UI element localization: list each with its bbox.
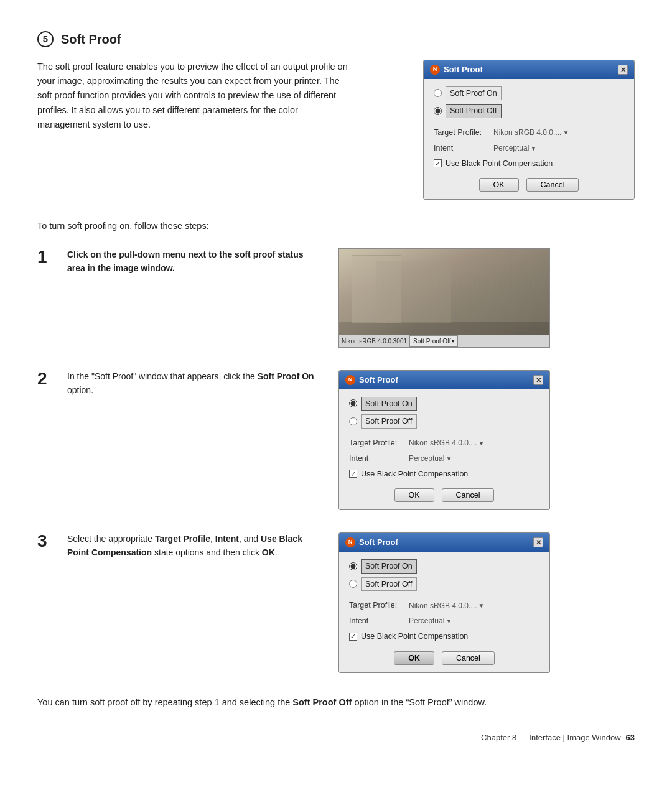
dialog-btn-row-1: OK Cancel xyxy=(434,175,624,193)
dialog-close-btn-1[interactable]: ✕ xyxy=(618,65,628,75)
ok-button-2[interactable]: OK xyxy=(394,488,434,502)
dialog-btn-row-3: OK Cancel xyxy=(349,649,539,666)
dialog-titlebar-2: N Soft Proof ✕ xyxy=(339,371,549,389)
target-profile-value-box-1: Nikon sRGB 4.0.0.... ▼ xyxy=(493,127,569,138)
target-profile-value-2: Nikon sRGB 4.0.0.... xyxy=(409,437,477,448)
radio-on-input-2[interactable] xyxy=(349,399,357,407)
intent-dropdown-arrow-3[interactable]: ▼ xyxy=(446,616,452,626)
dialog-app-icon-3: N xyxy=(345,537,355,547)
checkbox-input-3[interactable]: ✓ xyxy=(349,633,357,641)
step-1-left: 1 Click on the pull-down menu next to th… xyxy=(37,248,324,277)
cancel-button-2[interactable]: Cancel xyxy=(442,488,495,502)
radio-off-label-3: Soft Proof Off xyxy=(361,577,417,592)
dialog-title-text-2: Soft Proof xyxy=(359,374,398,386)
dialog-body-3: Soft Proof On Soft Proof Off Target Prof… xyxy=(339,552,549,672)
target-profile-value-1: Nikon sRGB 4.0.0.... xyxy=(493,127,561,138)
radio-row-off-1: Soft Proof Off xyxy=(434,104,624,118)
bottom-note-part2: option in the “Soft Proof” window. xyxy=(352,697,487,707)
intent-dropdown-arrow-2[interactable]: ▼ xyxy=(446,454,452,463)
dialog-app-icon-2: N xyxy=(345,375,355,385)
dialog-title-left-1: N Soft Proof xyxy=(430,63,483,76)
step-3-number: 3 xyxy=(37,532,57,550)
step-3-block: 3 Select the appropriate Target Profile,… xyxy=(37,532,635,672)
checkbox-row-2: ✓ Use Black Point Compensation xyxy=(349,468,539,480)
intent-value-1: Perceptual xyxy=(493,142,529,154)
step-3-left: 3 Select the appropriate Target Profile,… xyxy=(37,532,324,562)
checkbox-label-3: Use Black Point Compensation xyxy=(361,631,468,643)
radio-off-label-2: Soft Proof Off xyxy=(361,414,417,429)
dialog-titlebar-3: N Soft Proof ✕ xyxy=(339,533,549,552)
target-dropdown-arrow-2[interactable]: ▼ xyxy=(478,439,484,448)
cancel-button-3[interactable]: Cancel xyxy=(442,651,495,665)
radio-row-off-3: Soft Proof Off xyxy=(349,577,539,592)
intent-label-3: Intent xyxy=(349,615,404,627)
step-2-number: 2 xyxy=(37,370,57,388)
target-dropdown-arrow-3[interactable]: ▼ xyxy=(478,601,484,610)
dialog-title-left-3: N Soft Proof xyxy=(345,536,398,549)
checkbox-input-1[interactable]: ✓ xyxy=(434,159,442,167)
field-row-target-2: Target Profile: Nikon sRGB 4.0.0.... ▼ xyxy=(349,437,539,449)
checkbox-label-1: Use Black Point Compensation xyxy=(446,158,553,170)
image-statusbar: Nikon sRGB 4.0.0.3001 Soft Proof Off ▾ xyxy=(339,335,549,347)
status-proof-btn-text: Soft Proof Off xyxy=(413,337,450,346)
dialog-close-btn-2[interactable]: ✕ xyxy=(533,375,543,385)
target-dropdown-arrow-1[interactable]: ▼ xyxy=(562,128,569,137)
bottom-note: You can turn soft proof off by repeating… xyxy=(37,695,635,710)
step-1-image: Nikon sRGB 4.0.0.3001 Soft Proof Off ▾ xyxy=(338,248,550,348)
intent-label-2: Intent xyxy=(349,453,404,465)
step-3-header: 3 Select the appropriate Target Profile,… xyxy=(37,532,324,559)
building-image xyxy=(339,249,549,347)
field-row-target-3: Target Profile: Nikon sRGB 4.0.0.... ▼ xyxy=(349,600,539,611)
field-row-intent-2: Intent Perceptual ▼ xyxy=(349,453,539,465)
step-2-header: 2 In the "Soft Proof" window that appear… xyxy=(37,370,324,397)
radio-on-label-3: Soft Proof On xyxy=(361,559,417,574)
radio-off-input-3[interactable] xyxy=(349,580,357,588)
intent-value-3: Perceptual xyxy=(409,615,444,626)
step-2-left: 2 In the "Soft Proof" window that appear… xyxy=(37,370,324,399)
radio-on-input-3[interactable] xyxy=(349,562,357,570)
intro-area: The soft proof feature enables you to pr… xyxy=(37,60,404,200)
top-section: The soft proof feature enables you to pr… xyxy=(37,60,635,200)
target-profile-value-box-3: Nikon sRGB 4.0.0.... ▼ xyxy=(409,600,484,611)
intent-value-box-3: Perceptual ▼ xyxy=(409,615,452,626)
section-number: 5 xyxy=(37,31,54,47)
radio-off-label-1: Soft Proof Off xyxy=(446,104,502,118)
target-profile-value-3: Nikon sRGB 4.0.0.... xyxy=(409,600,477,611)
radio-on-label-2: Soft Proof On xyxy=(361,397,417,411)
intent-dropdown-arrow-1[interactable]: ▼ xyxy=(530,144,536,153)
radio-on-label-1: Soft Proof On xyxy=(446,86,502,101)
step-1-number: 1 xyxy=(37,248,57,266)
dialog-app-icon-1: N xyxy=(430,65,440,75)
radio-on-input-1[interactable] xyxy=(434,89,442,97)
radio-off-input-1[interactable] xyxy=(434,107,442,115)
step-3-text: Select the appropriate Target Profile, I… xyxy=(67,532,324,559)
dialog-close-btn-3[interactable]: ✕ xyxy=(533,537,543,547)
radio-row-off-2: Soft Proof Off xyxy=(349,414,539,429)
footer-chapter-text: Chapter 8 — Interface | Image Window xyxy=(481,732,620,744)
section-title: 5 Soft Proof xyxy=(37,30,635,49)
radio-row-on-3: Soft Proof On xyxy=(349,559,539,574)
ok-button-3[interactable]: OK xyxy=(394,651,434,665)
status-proof-arrow: ▾ xyxy=(452,338,454,345)
section-title-text: Soft Proof xyxy=(61,30,121,49)
cancel-button-1[interactable]: Cancel xyxy=(526,178,579,192)
ok-button-1[interactable]: OK xyxy=(479,178,519,192)
dialog-btn-row-2: OK Cancel xyxy=(349,486,539,503)
dialog-body-2: Soft Proof On Soft Proof Off Target Prof… xyxy=(339,389,549,510)
dialog-titlebar-1: N Soft Proof ✕ xyxy=(424,60,634,79)
bottom-note-bold: Soft Proof Off xyxy=(292,697,352,707)
intent-value-box-2: Perceptual ▼ xyxy=(409,453,452,464)
radio-off-input-2[interactable] xyxy=(349,417,357,425)
dialog-soft-proof-2: N Soft Proof ✕ Soft Proof On Soft Proof … xyxy=(338,370,550,510)
bottom-note-part1: You can turn soft proof off by repeating… xyxy=(37,697,292,707)
intent-value-2: Perceptual xyxy=(409,453,444,464)
checkbox-row-3: ✓ Use Black Point Compensation xyxy=(349,631,539,643)
dialog-body-1: Soft Proof On Soft Proof Off Target Prof… xyxy=(424,79,634,200)
checkbox-input-2[interactable]: ✓ xyxy=(349,470,357,478)
radio-row-on-1: Soft Proof On xyxy=(434,86,624,101)
page-footer: Chapter 8 — Interface | Image Window 63 xyxy=(37,725,635,744)
target-profile-value-box-2: Nikon sRGB 4.0.0.... ▼ xyxy=(409,437,484,448)
field-row-target-1: Target Profile: Nikon sRGB 4.0.0.... ▼ xyxy=(434,127,624,139)
dialog-soft-proof-3: N Soft Proof ✕ Soft Proof On Soft Proof … xyxy=(338,532,550,672)
status-proof-btn[interactable]: Soft Proof Off ▾ xyxy=(409,335,458,347)
